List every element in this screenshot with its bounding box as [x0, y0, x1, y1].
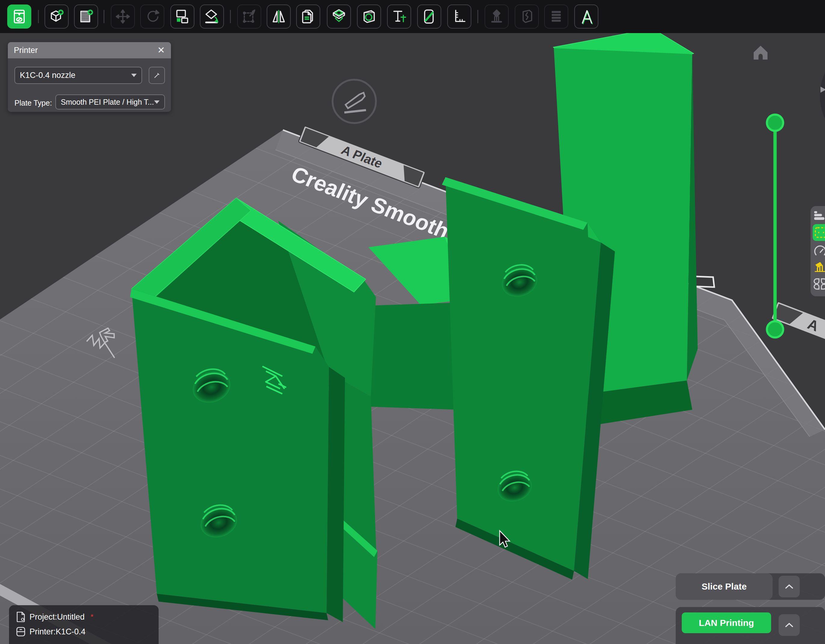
scale-button[interactable] — [237, 5, 261, 29]
slice-plate-button[interactable]: Slice Plate — [676, 573, 772, 600]
printer-icon — [16, 627, 25, 636]
split-model-button[interactable] — [515, 5, 539, 29]
project-status-panel: Project:Untitled * Printer:K1C-0.4 — [9, 605, 159, 644]
toolbar-divider — [38, 10, 39, 23]
add-plate-icon — [78, 9, 94, 25]
device-workbench-button[interactable] — [7, 5, 31, 29]
drill-hole-icon — [361, 9, 377, 25]
auto-orient-button[interactable] — [574, 5, 598, 29]
close-icon[interactable]: ✕ — [158, 46, 165, 55]
layer-preview-button[interactable] — [544, 5, 568, 29]
speed-gauge-icon — [814, 245, 825, 257]
print-options-button[interactable] — [779, 614, 800, 636]
support-paint-icon — [814, 261, 825, 273]
toolbar-divider — [230, 10, 231, 23]
printer-select-value: K1C-0.4 nozzle — [20, 71, 76, 80]
device-workbench-icon — [11, 9, 27, 25]
project-file-icon — [16, 612, 25, 622]
layer-slider-top-handle[interactable] — [767, 115, 783, 131]
clone-icon — [300, 9, 316, 25]
right-toolbar — [811, 206, 825, 296]
printer-name: Printer:K1C-0.4 — [29, 627, 85, 636]
split-model-icon — [519, 9, 535, 25]
auto-arrange-button[interactable] — [170, 5, 195, 29]
plate-detection-icon — [814, 226, 825, 239]
modified-indicator: * — [91, 613, 93, 621]
paint-seam-button[interactable] — [417, 5, 441, 29]
measure-button[interactable] — [447, 5, 471, 29]
plate-type-label: Plate Type: — [14, 99, 52, 107]
move-button[interactable] — [111, 5, 135, 29]
mirror-button[interactable] — [267, 5, 291, 29]
add-model-icon — [49, 9, 65, 25]
chevron-down-icon — [131, 74, 137, 77]
edit-printer-button[interactable] — [149, 67, 165, 84]
lan-printing-label: LAN Printing — [699, 618, 754, 628]
paint-seam-icon — [422, 9, 437, 25]
layer-slider-bottom-handle[interactable] — [767, 321, 783, 337]
plate-detection-button[interactable] — [813, 224, 825, 241]
speed-gauge-button[interactable] — [814, 245, 825, 257]
plate-type-select[interactable]: Smooth PEI Plate / High T... — [56, 94, 165, 109]
rotate-button[interactable] — [140, 5, 164, 29]
auto-orient-icon — [578, 9, 594, 25]
printer-select[interactable]: K1C-0.4 nozzle — [14, 67, 142, 84]
layer-preview-icon — [548, 9, 564, 25]
object-list-button[interactable] — [814, 209, 825, 222]
printer-row: Printer:K1C-0.4 — [16, 627, 85, 636]
drill-hole-button[interactable] — [357, 5, 381, 29]
clone-button[interactable] — [296, 5, 320, 29]
plate-type-value: Smooth PEI Plate / High T... — [61, 98, 154, 106]
project-name: Project:Untitled — [29, 612, 85, 622]
slice-plate-label: Slice Plate — [701, 581, 747, 592]
lay-on-face-button[interactable] — [200, 5, 224, 29]
add-text-icon — [391, 9, 407, 25]
drop-to-bed-button[interactable] — [327, 5, 351, 29]
scale-icon — [241, 9, 257, 25]
slice-action-group: Slice Plate — [676, 573, 825, 600]
auto-arrange-icon — [175, 9, 190, 25]
slice-options-button[interactable] — [779, 576, 800, 597]
printer-panel: Printer ✕ K1C-0.4 nozzle Plate Type: Smo… — [8, 42, 171, 112]
chevron-up-icon — [785, 584, 793, 589]
rotate-icon — [144, 9, 160, 25]
support-paint-button[interactable] — [814, 261, 825, 273]
chevron-down-icon — [154, 100, 159, 104]
move-icon — [115, 9, 131, 25]
main-toolbar — [0, 0, 825, 33]
pencil-icon — [153, 72, 161, 79]
lan-printing-button[interactable]: LAN Printing — [682, 612, 771, 633]
print-action-group: LAN Printing — [676, 607, 825, 644]
measure-icon — [451, 9, 467, 25]
manual-support-icon — [489, 9, 504, 25]
mirror-icon — [271, 9, 287, 25]
manual-support-button[interactable] — [485, 5, 509, 29]
lay-on-face-icon — [204, 9, 220, 25]
printer-panel-title: Printer — [14, 46, 38, 55]
more-apps-button[interactable] — [814, 277, 825, 290]
toolbar-divider — [477, 10, 478, 23]
add-plate-button[interactable] — [74, 5, 98, 29]
drop-to-bed-icon — [331, 9, 347, 25]
printer-panel-header[interactable]: Printer ✕ — [8, 42, 171, 59]
add-model-button[interactable] — [45, 5, 69, 29]
more-apps-icon — [814, 277, 825, 290]
object-list-icon — [814, 211, 825, 220]
add-text-button[interactable] — [387, 5, 411, 29]
toolbar-divider — [104, 10, 104, 23]
chevron-up-icon — [785, 622, 793, 627]
project-row: Project:Untitled * — [16, 612, 93, 622]
app-window: Creality Smooth t A Plate A — [0, 0, 825, 644]
